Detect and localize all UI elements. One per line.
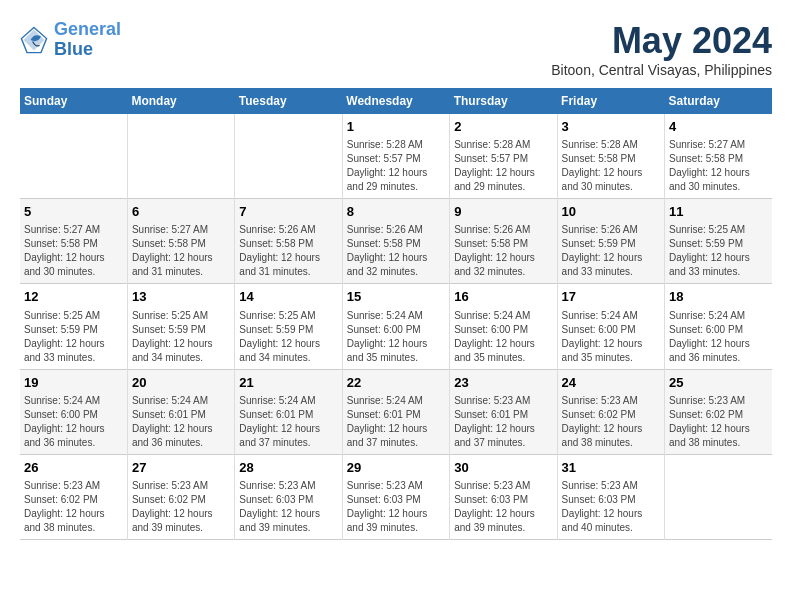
week-row-1: 1Sunrise: 5:28 AMSunset: 5:57 PMDaylight…: [20, 114, 772, 199]
calendar-cell: 11Sunrise: 5:25 AMSunset: 5:59 PMDayligh…: [665, 199, 772, 284]
logo-text: General Blue: [54, 20, 121, 60]
day-number: 31: [562, 459, 660, 477]
day-number: 21: [239, 374, 337, 392]
week-row-5: 26Sunrise: 5:23 AMSunset: 6:02 PMDayligh…: [20, 454, 772, 539]
calendar-cell: 29Sunrise: 5:23 AMSunset: 6:03 PMDayligh…: [342, 454, 449, 539]
day-info: Sunrise: 5:28 AMSunset: 5:58 PMDaylight:…: [562, 138, 660, 194]
day-info: Sunrise: 5:28 AMSunset: 5:57 PMDaylight:…: [347, 138, 445, 194]
day-number: 4: [669, 118, 768, 136]
col-header-thursday: Thursday: [450, 88, 557, 114]
day-number: 26: [24, 459, 123, 477]
week-row-3: 12Sunrise: 5:25 AMSunset: 5:59 PMDayligh…: [20, 284, 772, 369]
day-info: Sunrise: 5:26 AMSunset: 5:58 PMDaylight:…: [454, 223, 552, 279]
day-number: 16: [454, 288, 552, 306]
calendar-cell: 31Sunrise: 5:23 AMSunset: 6:03 PMDayligh…: [557, 454, 664, 539]
day-info: Sunrise: 5:27 AMSunset: 5:58 PMDaylight:…: [24, 223, 123, 279]
day-info: Sunrise: 5:23 AMSunset: 6:01 PMDaylight:…: [454, 394, 552, 450]
day-number: 3: [562, 118, 660, 136]
calendar-cell: 3Sunrise: 5:28 AMSunset: 5:58 PMDaylight…: [557, 114, 664, 199]
calendar-cell: 12Sunrise: 5:25 AMSunset: 5:59 PMDayligh…: [20, 284, 127, 369]
day-info: Sunrise: 5:24 AMSunset: 6:00 PMDaylight:…: [347, 309, 445, 365]
day-number: 23: [454, 374, 552, 392]
calendar-cell: 8Sunrise: 5:26 AMSunset: 5:58 PMDaylight…: [342, 199, 449, 284]
day-number: 5: [24, 203, 123, 221]
day-number: 28: [239, 459, 337, 477]
day-info: Sunrise: 5:27 AMSunset: 5:58 PMDaylight:…: [132, 223, 230, 279]
day-number: 8: [347, 203, 445, 221]
calendar-cell: 7Sunrise: 5:26 AMSunset: 5:58 PMDaylight…: [235, 199, 342, 284]
calendar-cell: 21Sunrise: 5:24 AMSunset: 6:01 PMDayligh…: [235, 369, 342, 454]
day-info: Sunrise: 5:23 AMSunset: 6:02 PMDaylight:…: [669, 394, 768, 450]
day-info: Sunrise: 5:24 AMSunset: 6:00 PMDaylight:…: [454, 309, 552, 365]
calendar-cell: 25Sunrise: 5:23 AMSunset: 6:02 PMDayligh…: [665, 369, 772, 454]
calendar-cell: 10Sunrise: 5:26 AMSunset: 5:59 PMDayligh…: [557, 199, 664, 284]
calendar-cell: 22Sunrise: 5:24 AMSunset: 6:01 PMDayligh…: [342, 369, 449, 454]
calendar-cell: 1Sunrise: 5:28 AMSunset: 5:57 PMDaylight…: [342, 114, 449, 199]
title-block: May 2024 Bitoon, Central Visayas, Philip…: [551, 20, 772, 78]
day-number: 18: [669, 288, 768, 306]
calendar-cell: [20, 114, 127, 199]
day-number: 7: [239, 203, 337, 221]
col-header-monday: Monday: [127, 88, 234, 114]
day-info: Sunrise: 5:23 AMSunset: 6:03 PMDaylight:…: [347, 479, 445, 535]
day-info: Sunrise: 5:23 AMSunset: 6:02 PMDaylight:…: [132, 479, 230, 535]
col-header-saturday: Saturday: [665, 88, 772, 114]
col-header-friday: Friday: [557, 88, 664, 114]
day-info: Sunrise: 5:26 AMSunset: 5:58 PMDaylight:…: [239, 223, 337, 279]
day-number: 6: [132, 203, 230, 221]
day-number: 25: [669, 374, 768, 392]
day-info: Sunrise: 5:23 AMSunset: 6:03 PMDaylight:…: [454, 479, 552, 535]
logo: General Blue: [20, 20, 121, 60]
calendar-cell: 18Sunrise: 5:24 AMSunset: 6:00 PMDayligh…: [665, 284, 772, 369]
day-info: Sunrise: 5:23 AMSunset: 6:02 PMDaylight:…: [24, 479, 123, 535]
calendar-cell: 2Sunrise: 5:28 AMSunset: 5:57 PMDaylight…: [450, 114, 557, 199]
day-number: 22: [347, 374, 445, 392]
day-info: Sunrise: 5:26 AMSunset: 5:59 PMDaylight:…: [562, 223, 660, 279]
col-header-wednesday: Wednesday: [342, 88, 449, 114]
calendar-cell: 30Sunrise: 5:23 AMSunset: 6:03 PMDayligh…: [450, 454, 557, 539]
day-info: Sunrise: 5:25 AMSunset: 5:59 PMDaylight:…: [24, 309, 123, 365]
day-info: Sunrise: 5:24 AMSunset: 6:00 PMDaylight:…: [24, 394, 123, 450]
day-number: 30: [454, 459, 552, 477]
day-info: Sunrise: 5:23 AMSunset: 6:03 PMDaylight:…: [239, 479, 337, 535]
day-number: 1: [347, 118, 445, 136]
day-number: 15: [347, 288, 445, 306]
calendar-cell: [235, 114, 342, 199]
day-number: 9: [454, 203, 552, 221]
calendar-cell: [665, 454, 772, 539]
calendar-cell: 23Sunrise: 5:23 AMSunset: 6:01 PMDayligh…: [450, 369, 557, 454]
day-number: 24: [562, 374, 660, 392]
day-info: Sunrise: 5:24 AMSunset: 6:00 PMDaylight:…: [562, 309, 660, 365]
day-info: Sunrise: 5:23 AMSunset: 6:02 PMDaylight:…: [562, 394, 660, 450]
main-title: May 2024: [551, 20, 772, 62]
calendar-cell: 16Sunrise: 5:24 AMSunset: 6:00 PMDayligh…: [450, 284, 557, 369]
day-info: Sunrise: 5:24 AMSunset: 6:01 PMDaylight:…: [239, 394, 337, 450]
day-info: Sunrise: 5:25 AMSunset: 5:59 PMDaylight:…: [132, 309, 230, 365]
calendar-cell: 24Sunrise: 5:23 AMSunset: 6:02 PMDayligh…: [557, 369, 664, 454]
calendar-cell: 13Sunrise: 5:25 AMSunset: 5:59 PMDayligh…: [127, 284, 234, 369]
header-row: SundayMondayTuesdayWednesdayThursdayFrid…: [20, 88, 772, 114]
day-info: Sunrise: 5:24 AMSunset: 6:01 PMDaylight:…: [132, 394, 230, 450]
day-info: Sunrise: 5:24 AMSunset: 6:01 PMDaylight:…: [347, 394, 445, 450]
day-info: Sunrise: 5:23 AMSunset: 6:03 PMDaylight:…: [562, 479, 660, 535]
calendar-cell: 20Sunrise: 5:24 AMSunset: 6:01 PMDayligh…: [127, 369, 234, 454]
day-number: 14: [239, 288, 337, 306]
week-row-2: 5Sunrise: 5:27 AMSunset: 5:58 PMDaylight…: [20, 199, 772, 284]
day-number: 20: [132, 374, 230, 392]
subtitle: Bitoon, Central Visayas, Philippines: [551, 62, 772, 78]
calendar-cell: 27Sunrise: 5:23 AMSunset: 6:02 PMDayligh…: [127, 454, 234, 539]
calendar-cell: 5Sunrise: 5:27 AMSunset: 5:58 PMDaylight…: [20, 199, 127, 284]
day-number: 13: [132, 288, 230, 306]
calendar-cell: 6Sunrise: 5:27 AMSunset: 5:58 PMDaylight…: [127, 199, 234, 284]
day-number: 12: [24, 288, 123, 306]
day-number: 27: [132, 459, 230, 477]
day-info: Sunrise: 5:28 AMSunset: 5:57 PMDaylight:…: [454, 138, 552, 194]
calendar-cell: 28Sunrise: 5:23 AMSunset: 6:03 PMDayligh…: [235, 454, 342, 539]
day-number: 10: [562, 203, 660, 221]
calendar-cell: 17Sunrise: 5:24 AMSunset: 6:00 PMDayligh…: [557, 284, 664, 369]
calendar-cell: 15Sunrise: 5:24 AMSunset: 6:00 PMDayligh…: [342, 284, 449, 369]
day-number: 2: [454, 118, 552, 136]
week-row-4: 19Sunrise: 5:24 AMSunset: 6:00 PMDayligh…: [20, 369, 772, 454]
calendar-cell: 4Sunrise: 5:27 AMSunset: 5:58 PMDaylight…: [665, 114, 772, 199]
day-number: 19: [24, 374, 123, 392]
